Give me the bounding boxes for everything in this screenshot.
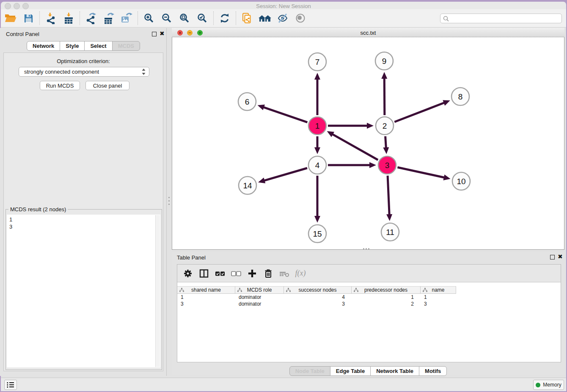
zoom-in-icon[interactable] <box>140 10 158 27</box>
run-mcds-button[interactable]: Run MCDS <box>40 81 80 90</box>
open-session-icon[interactable] <box>2 10 19 27</box>
export-table-icon[interactable] <box>100 10 118 27</box>
graph-node-label: 1 <box>315 121 320 130</box>
import-network-icon[interactable] <box>42 10 60 27</box>
graph-node-label: 9 <box>382 57 387 66</box>
zoom-selected-icon[interactable] <box>193 10 211 27</box>
table-row[interactable]: 1dominator411 <box>177 294 456 301</box>
optimization-criterion-value: strongly connected component <box>24 69 142 75</box>
table-cell: 1 <box>352 294 421 301</box>
add-column-icon[interactable] <box>244 265 260 282</box>
export-network-icon[interactable] <box>82 10 100 27</box>
graph-node-label: 8 <box>458 92 463 101</box>
search-icon <box>443 16 449 22</box>
tab-motifs[interactable]: Motifs <box>419 366 447 376</box>
column-header-successor-nodes[interactable]: successor nodes <box>284 286 352 294</box>
column-header-name[interactable]: name <box>421 286 456 294</box>
show-graphics-icon[interactable] <box>292 10 309 27</box>
graph-node-label: 10 <box>457 177 465 186</box>
column-header-predecessor-nodes[interactable]: predecessor nodes <box>352 286 421 294</box>
new-network-icon[interactable] <box>238 10 256 27</box>
graph-edge-1-6[interactable] <box>263 107 307 122</box>
table-panel-float-button[interactable] <box>550 255 555 259</box>
tab-network[interactable]: Network <box>27 41 60 51</box>
tab-network-table[interactable]: Network Table <box>370 366 419 376</box>
node-table-header: shared nameMCDS rolesuccessor nodesprede… <box>177 286 456 294</box>
tab-mcds[interactable]: MCDS <box>112 41 140 51</box>
graph-node-label: 15 <box>313 229 322 238</box>
zoom-fit-icon[interactable] <box>176 10 193 27</box>
graph-node-label: 4 <box>315 161 320 170</box>
export-image-icon[interactable] <box>118 10 135 27</box>
status-bar <box>1 378 566 391</box>
table-cell: 1 <box>421 294 456 301</box>
table-row[interactable]: 3dominator323 <box>177 301 456 307</box>
app-title: Session: New Session <box>0 3 567 9</box>
graph-edge-3-10[interactable] <box>397 167 445 177</box>
edge-arrowhead <box>443 174 450 180</box>
graph-node-label: 11 <box>386 228 394 237</box>
edge-arrowhead <box>258 105 265 110</box>
toolbar-separator <box>138 11 138 25</box>
mcds-result-title: MCDS result (2 nodes) <box>8 206 68 213</box>
task-history-button[interactable] <box>4 380 17 390</box>
gear-icon[interactable] <box>180 265 196 282</box>
memory-label: Memory <box>543 382 561 388</box>
graph-edge-2-3[interactable] <box>385 136 386 149</box>
function-icon[interactable]: f(x) <box>292 265 308 282</box>
toolbar-separator <box>80 11 80 25</box>
tab-node-table[interactable]: Node Table <box>289 366 330 376</box>
refresh-icon[interactable] <box>216 10 234 27</box>
control-panel-title: Control Panel <box>6 31 39 37</box>
edge-arrowhead <box>258 178 265 183</box>
zoom-out-icon[interactable] <box>158 10 176 27</box>
graph-svg: 1234678910111415 <box>172 37 564 249</box>
column-header-shared-name[interactable]: shared name <box>177 286 235 294</box>
close-panel-button[interactable]: Close panel <box>85 81 129 90</box>
memory-button[interactable]: Memory <box>533 380 564 390</box>
tab-select[interactable]: Select <box>84 41 112 51</box>
import-table-icon[interactable] <box>60 10 77 27</box>
horizontal-splitter-handle[interactable] <box>363 248 369 249</box>
optimization-criterion-select[interactable]: strongly connected component <box>19 67 149 77</box>
memory-status-icon <box>536 383 540 387</box>
graph-node-label: 6 <box>245 97 250 106</box>
tab-style[interactable]: Style <box>60 41 85 51</box>
home-icon[interactable] <box>256 10 274 27</box>
column-header-MCDS-role[interactable]: MCDS role <box>235 286 284 294</box>
delete-table-icon[interactable] <box>276 265 292 282</box>
table-panel-title: Table Panel <box>177 254 206 261</box>
edge-arrowhead <box>314 216 320 223</box>
table-cell: 2 <box>352 301 421 307</box>
save-session-icon[interactable] <box>19 10 37 27</box>
graph-edge-3-11[interactable] <box>388 176 389 215</box>
graph-node-label: 14 <box>243 181 252 190</box>
graph-edge-2-8[interactable] <box>394 102 445 122</box>
table-cell: 3 <box>421 301 456 307</box>
panel-splitter-handle[interactable] <box>168 195 170 207</box>
mcds-result-text[interactable]: 1 3 <box>7 215 160 367</box>
graph-edge-3-1[interactable] <box>332 134 378 160</box>
graph-edge-4-14[interactable] <box>263 168 307 181</box>
table-cell: dominator <box>235 301 284 307</box>
select-all-icon[interactable] <box>212 265 228 282</box>
hide-graphics-icon[interactable] <box>274 10 292 27</box>
edge-arrowhead <box>443 100 450 106</box>
deselect-all-icon[interactable] <box>228 265 244 282</box>
edge-arrowhead <box>386 214 392 221</box>
table-toolbar: f(x) <box>177 265 561 282</box>
column-icon[interactable] <box>196 265 212 282</box>
edge-arrowhead <box>383 147 389 154</box>
edge-arrowhead <box>314 73 320 80</box>
optimization-criterion-label: Optimization criterion: <box>0 58 167 64</box>
search-input[interactable] <box>451 15 561 22</box>
control-panel-close-button[interactable]: ✖ <box>160 31 165 36</box>
tab-edge-table[interactable]: Edge Table <box>330 366 371 376</box>
table-panel-close-button[interactable]: ✖ <box>558 254 563 259</box>
table-cell: 1 <box>177 294 235 301</box>
control-panel-float-button[interactable] <box>152 32 157 36</box>
result-scrollbar[interactable] <box>155 215 160 367</box>
delete-icon[interactable] <box>260 265 276 282</box>
table-cell: dominator <box>235 294 284 301</box>
graph-edge-2-9[interactable] <box>384 77 385 115</box>
